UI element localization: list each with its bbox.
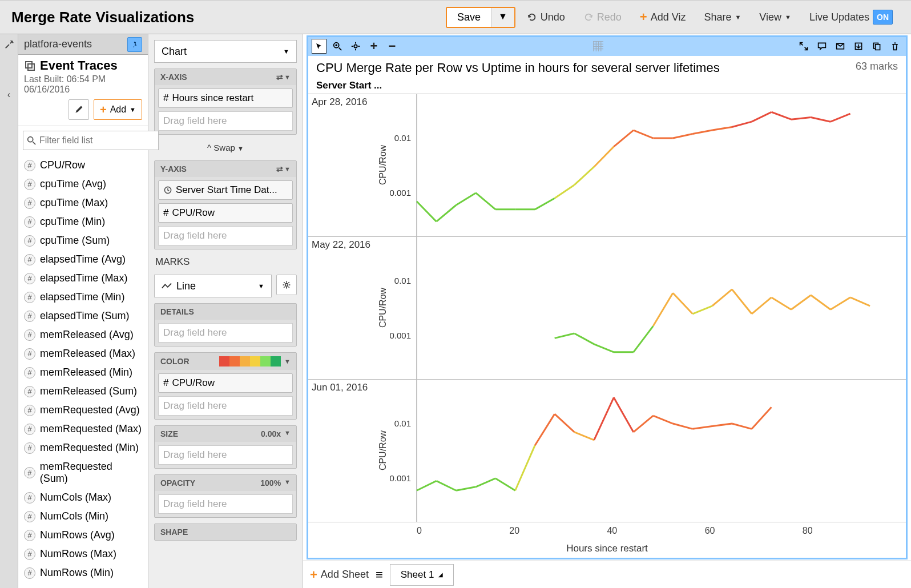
view-button[interactable]: View ▼: [752, 8, 798, 27]
field-item[interactable]: #memRequested (Avg): [18, 401, 148, 420]
field-item[interactable]: #memRequested (Max): [18, 420, 148, 438]
copy-icon[interactable]: [869, 39, 884, 54]
size-menu[interactable]: ▼: [284, 429, 291, 438]
mail-icon[interactable]: [833, 39, 848, 54]
sheet-menu-icon[interactable]: ≡: [376, 567, 383, 582]
field-item[interactable]: #elapsedTime (Sum): [18, 307, 148, 325]
chart-type-select[interactable]: Chart▼: [154, 40, 297, 63]
field-item[interactable]: #elapsedTime (Max): [18, 269, 148, 288]
hash-icon: #: [24, 179, 35, 190]
hash-icon: #: [24, 442, 35, 454]
save-dropdown[interactable]: ▼: [491, 8, 514, 27]
expand-icon[interactable]: [796, 39, 811, 54]
x-axis-menu[interactable]: ⇄ ▼: [276, 73, 291, 82]
builder-column: Chart▼ X-AXIS⇄ ▼ #Hours since restart Dr…: [148, 34, 303, 588]
comment-icon[interactable]: [815, 39, 829, 54]
select-tool-icon[interactable]: [312, 39, 326, 54]
y-axis-menu[interactable]: ⇄ ▼: [276, 164, 291, 174]
sheet-tab-1[interactable]: Sheet 1◢: [390, 564, 454, 586]
delete-icon[interactable]: [888, 39, 902, 54]
opacity-menu[interactable]: ▼: [284, 478, 291, 488]
field-item[interactable]: #memReleased (Min): [18, 363, 148, 382]
hash-icon: #: [24, 160, 35, 171]
field-item[interactable]: #memReleased (Sum): [18, 382, 148, 401]
field-item[interactable]: #NumCols (Min): [18, 507, 148, 526]
field-item[interactable]: #NumRows (Avg): [18, 526, 148, 545]
hash-icon: #: [24, 273, 35, 284]
chart-area[interactable]: 0.010.001Apr 28, 2016CPU/Row0.010.001May…: [308, 94, 906, 522]
field-item[interactable]: #memRequested (Min): [18, 438, 148, 457]
add-field-button[interactable]: +Add ▼: [94, 99, 142, 120]
grid-icon[interactable]: [591, 39, 606, 54]
add-viz-button[interactable]: +Add Viz: [633, 8, 693, 27]
save-button[interactable]: Save: [447, 8, 491, 27]
zoom-out-icon[interactable]: −: [385, 39, 400, 54]
live-updates-toggle[interactable]: Live Updates ON: [803, 6, 900, 28]
svg-line-53: [811, 295, 831, 309]
x-axis-dropzone[interactable]: Drag field here: [158, 111, 293, 131]
field-item[interactable]: #memRequested (Sum): [18, 457, 148, 488]
filter-input[interactable]: [23, 131, 159, 150]
field-item[interactable]: #NumRows (Max): [18, 545, 148, 563]
field-item[interactable]: #cpuTime (Max): [18, 194, 148, 212]
search-icon: [26, 135, 37, 146]
undo-button[interactable]: Undo: [520, 8, 572, 27]
field-item[interactable]: #cpuTime (Avg): [18, 175, 148, 194]
zoom-in-icon[interactable]: +: [366, 39, 381, 54]
edit-lens-button[interactable]: [68, 99, 89, 120]
x-axis-label: X-AXIS: [160, 73, 187, 82]
hash-icon: #: [163, 207, 168, 219]
field-item[interactable]: #memReleased (Avg): [18, 325, 148, 344]
size-dropzone[interactable]: Drag field here: [158, 445, 293, 465]
fields-column: platfora-events Event Traces Last Built:…: [18, 34, 148, 588]
field-item[interactable]: #cpuTime (Min): [18, 212, 148, 231]
swap-axes-button[interactable]: ^ Swap ▼: [154, 140, 297, 155]
opacity-dropzone[interactable]: Drag field here: [158, 494, 293, 514]
pin-button[interactable]: [127, 37, 142, 52]
hash-icon: #: [24, 348, 35, 360]
svg-line-71: [653, 416, 673, 424]
svg-line-66: [555, 414, 575, 432]
mark-type-select[interactable]: Line▼: [154, 275, 272, 297]
svg-line-35: [811, 117, 831, 122]
color-gradient-icon: [219, 356, 281, 367]
color-menu[interactable]: ▼: [284, 358, 291, 365]
details-dropzone[interactable]: Drag field here: [158, 323, 293, 343]
svg-line-28: [673, 134, 693, 138]
y-axis-dropzone[interactable]: Drag field here: [158, 226, 293, 245]
viz-title-text: CPU Merge Rate per Row vs Uptime in hour…: [316, 61, 720, 75]
field-item[interactable]: #cpuTime (Sum): [18, 231, 148, 250]
gear-icon: [282, 280, 291, 289]
field-item[interactable]: #memReleased (Max): [18, 344, 148, 363]
share-button[interactable]: Share ▼: [697, 8, 748, 27]
svg-line-52: [791, 295, 811, 309]
field-item[interactable]: #elapsedTime (Min): [18, 288, 148, 307]
pan-tool-icon[interactable]: [348, 39, 363, 54]
field-item[interactable]: #NumCols (Max): [18, 488, 148, 507]
mark-settings-button[interactable]: [276, 275, 297, 295]
chevron-left-icon[interactable]: ‹: [3, 87, 15, 103]
svg-text:0.01: 0.01: [394, 133, 411, 143]
svg-line-23: [574, 167, 594, 185]
x-axis-field-chip[interactable]: #Hours since restart: [158, 88, 293, 108]
color-field-chip[interactable]: #CPU/Row: [158, 373, 293, 393]
field-name: NumRows (Max): [40, 548, 116, 560]
field-name: CPU/Row: [40, 159, 85, 171]
field-item[interactable]: #CPU/Row: [18, 156, 148, 175]
color-dropzone[interactable]: Drag field here: [158, 396, 293, 416]
field-list: #CPU/Row#cpuTime (Avg)#cpuTime (Max)#cpu…: [18, 156, 148, 588]
field-item[interactable]: #elapsedTime (Avg): [18, 250, 148, 269]
tools-icon[interactable]: [3, 37, 15, 53]
redo-button[interactable]: Redo: [577, 8, 628, 27]
y-axis-field-chip-2[interactable]: #CPU/Row: [158, 203, 293, 223]
export-icon[interactable]: [851, 39, 866, 54]
add-sheet-button[interactable]: +Add Sheet: [310, 567, 369, 582]
zoom-tool-icon[interactable]: [330, 39, 345, 54]
svg-line-36: [831, 114, 850, 122]
svg-line-29: [692, 130, 712, 134]
details-shelf: DETAILS Drag field here: [154, 303, 297, 347]
hash-icon: #: [163, 377, 168, 389]
svg-point-5: [285, 284, 288, 287]
field-item[interactable]: #NumRows (Min): [18, 563, 148, 582]
y-axis-field-chip-1[interactable]: Server Start Time Dat...: [158, 180, 293, 200]
